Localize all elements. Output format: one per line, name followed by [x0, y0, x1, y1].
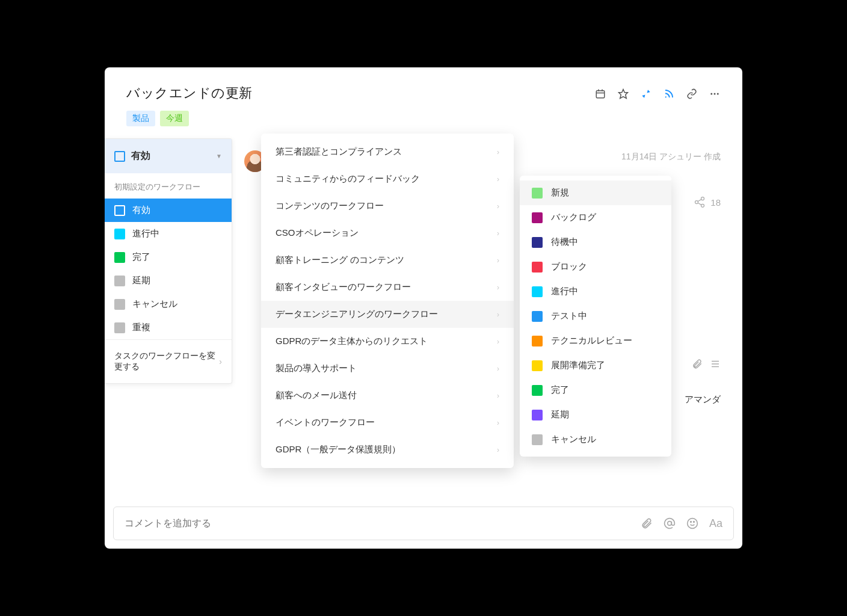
- workflow-item-label: コミュニティからのフィードバック: [276, 173, 420, 185]
- status-submenu-item[interactable]: ブロック: [520, 254, 671, 279]
- workflow-menu-item[interactable]: 第三者認証とコンプライアンス›: [261, 138, 514, 165]
- page-title: バックエンドの更新: [126, 84, 253, 102]
- status-color-icon: [114, 229, 125, 239]
- side-icons: [692, 359, 721, 369]
- chevron-right-icon: ›: [497, 337, 499, 346]
- header: バックエンドの更新 製品 今週: [105, 67, 742, 138]
- submenu-item-label: キャンセル: [551, 434, 596, 445]
- chevron-right-icon: ›: [219, 357, 222, 366]
- text-format-icon[interactable]: Aa: [709, 517, 722, 530]
- calendar-icon[interactable]: [594, 88, 606, 100]
- workflow-item-label: GDPR（一般データ保護規則）: [276, 444, 401, 455]
- chevron-right-icon: ›: [497, 446, 499, 454]
- submenu-item-label: ブロック: [551, 261, 587, 273]
- workflow-menu-item[interactable]: コンテンツのワークフロー›: [261, 192, 514, 220]
- chevron-right-icon: ›: [497, 229, 499, 238]
- status-item[interactable]: キャンセル: [105, 292, 232, 316]
- status-section-label: 初期設定のワークフロー: [105, 173, 232, 199]
- status-submenu-item[interactable]: テスト中: [520, 304, 671, 328]
- tag-thisweek[interactable]: 今週: [160, 111, 189, 126]
- svg-line-12: [698, 199, 701, 201]
- svg-point-10: [695, 201, 698, 204]
- status-item-label: 有効: [132, 205, 150, 216]
- mention-icon[interactable]: [664, 517, 676, 530]
- more-icon[interactable]: [709, 88, 721, 100]
- svg-rect-0: [596, 91, 605, 98]
- workflow-item-label: データエンジニアリングのワークフロー: [276, 309, 438, 320]
- svg-point-19: [691, 522, 692, 523]
- status-item[interactable]: 延期: [105, 269, 232, 292]
- share-count[interactable]: 18: [694, 196, 721, 208]
- svg-point-9: [701, 197, 704, 200]
- status-color-icon: [532, 262, 543, 273]
- change-workflow-button[interactable]: タスクのワークフローを変更する ›: [105, 339, 232, 383]
- status-item-label: キャンセル: [132, 298, 177, 310]
- status-submenu-item[interactable]: キャンセル: [520, 427, 671, 452]
- workflow-menu-item[interactable]: CSOオペレーション›: [261, 220, 514, 247]
- header-left: バックエンドの更新 製品 今週: [126, 84, 253, 126]
- workflow-menu-item[interactable]: GDPRのデータ主体からのリクエスト›: [261, 328, 514, 355]
- status-submenu-item[interactable]: 完了: [520, 378, 671, 402]
- submenu-item-label: 新規: [551, 187, 569, 199]
- status-color-icon: [532, 237, 543, 248]
- app-window: バックエンドの更新 製品 今週 有効 ▼ 初期設定のワークフロー 有効進行中完了…: [105, 67, 742, 549]
- workflow-item-label: イベントのワークフロー: [276, 417, 375, 428]
- status-color-icon: [532, 212, 543, 223]
- emoji-icon[interactable]: [686, 517, 698, 530]
- chevron-right-icon: ›: [497, 365, 499, 373]
- tags-row: 製品 今週: [126, 111, 253, 126]
- comment-icons: Aa: [641, 517, 722, 530]
- status-submenu-item[interactable]: 展開準備完了: [520, 353, 671, 378]
- status-submenu-item[interactable]: 進行中: [520, 279, 671, 304]
- chevron-right-icon: ›: [497, 148, 499, 156]
- status-color-icon: [114, 205, 125, 216]
- workflow-item-label: CSOオペレーション: [276, 227, 359, 239]
- workflow-menu-item[interactable]: GDPR（一般データ保護規則）›: [261, 436, 514, 463]
- workflow-menu-item[interactable]: 顧客へのメール送付›: [261, 382, 514, 409]
- submenu-item-label: テクニカルレビュー: [551, 335, 632, 346]
- rss-icon[interactable]: [663, 88, 675, 100]
- workflow-item-label: 顧客インタビューのワークフロー: [276, 282, 411, 293]
- assignee-name[interactable]: アマンダ: [685, 394, 721, 405]
- status-submenu-item[interactable]: バックログ: [520, 205, 671, 230]
- svg-point-11: [701, 204, 704, 207]
- workflow-menu-item[interactable]: データエンジニアリングのワークフロー›: [261, 301, 514, 328]
- comment-input[interactable]: [125, 518, 641, 529]
- status-color-icon: [532, 286, 543, 297]
- status-item[interactable]: 有効: [105, 199, 232, 222]
- list-icon[interactable]: [710, 359, 721, 369]
- pin-icon[interactable]: [640, 88, 652, 100]
- status-item[interactable]: 重複: [105, 316, 232, 339]
- status-item[interactable]: 完了: [105, 245, 232, 269]
- attach-icon[interactable]: [641, 517, 653, 530]
- workflow-item-label: GDPRのデータ主体からのリクエスト: [276, 336, 428, 347]
- workflow-menu-item[interactable]: 顧客トレーニング のコンテンツ›: [261, 247, 514, 274]
- status-submenu-item[interactable]: 新規: [520, 180, 671, 205]
- attachment-icon[interactable]: [692, 359, 703, 369]
- svg-line-13: [698, 203, 701, 205]
- status-color-icon: [114, 299, 125, 310]
- svg-point-17: [668, 522, 672, 526]
- status-item[interactable]: 進行中: [105, 222, 232, 245]
- submenu-item-label: 待機中: [551, 236, 578, 248]
- status-submenu-item[interactable]: 延期: [520, 402, 671, 427]
- status-submenu-item[interactable]: テクニカルレビュー: [520, 328, 671, 353]
- status-color-icon: [532, 434, 543, 445]
- svg-point-5: [665, 96, 667, 97]
- workflow-menu-item[interactable]: イベントのワークフロー›: [261, 409, 514, 436]
- workflow-item-label: 顧客へのメール送付: [276, 390, 357, 401]
- status-dropdown-trigger[interactable]: 有効 ▼: [105, 139, 232, 173]
- tag-product[interactable]: 製品: [126, 111, 155, 126]
- workflow-menu-item[interactable]: コミュニティからのフィードバック›: [261, 165, 514, 192]
- svg-point-18: [688, 519, 698, 529]
- status-color-icon: [532, 360, 543, 371]
- status-color-icon: [532, 410, 543, 420]
- workflow-menu-item[interactable]: 製品の導入サポート›: [261, 355, 514, 382]
- workflow-menu-item[interactable]: 顧客インタビューのワークフロー›: [261, 274, 514, 301]
- star-icon[interactable]: [617, 88, 629, 100]
- link-icon[interactable]: [686, 88, 698, 100]
- workflow-menu: 第三者認証とコンプライアンス›コミュニティからのフィードバック›コンテンツのワー…: [261, 134, 514, 468]
- status-submenu-item[interactable]: 待機中: [520, 230, 671, 254]
- status-items-list: 有効進行中完了延期キャンセル重複: [105, 199, 232, 339]
- content-area: 有効 ▼ 初期設定のワークフロー 有効進行中完了延期キャンセル重複 タスクのワー…: [105, 138, 742, 549]
